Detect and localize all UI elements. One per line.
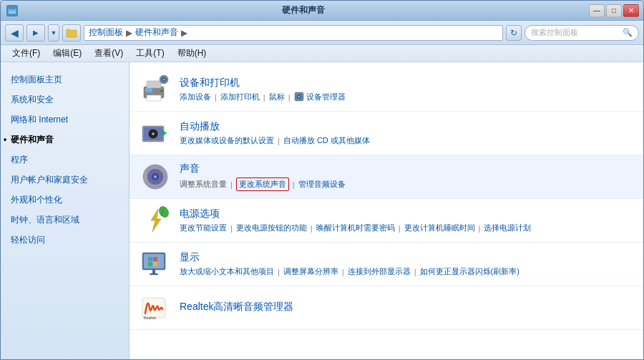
- search-box[interactable]: 搜索控制面板 🔍: [525, 25, 639, 41]
- link-change-sound[interactable]: 更改系统声音: [236, 177, 289, 191]
- sound-title[interactable]: 声音: [180, 162, 635, 175]
- category-display[interactable]: 显示 放大或缩小文本和其他项目 | 调整屏幕分辨率 | 连接到外部显示器 | 如…: [130, 243, 643, 286]
- menu-tools[interactable]: 工具(T): [130, 46, 170, 61]
- svg-rect-1: [9, 6, 15, 9]
- category-realtek[interactable]: Realtek Realtek高清晰音频管理器: [130, 286, 643, 330]
- realtek-content: Realtek高清晰音频管理器: [180, 301, 635, 316]
- sound-content: 声音 调整系统音量 | 更改系统声音 | 管理音频设备: [180, 162, 635, 191]
- forward-button[interactable]: ▶: [26, 24, 45, 42]
- back-button[interactable]: ◀: [5, 24, 24, 42]
- devices-manager-icon: [294, 92, 304, 103]
- autoplay-title[interactable]: 自动播放: [180, 120, 635, 133]
- link-sleep-time[interactable]: 更改计算机睡眠时间: [404, 223, 475, 233]
- search-icon: 🔍: [623, 28, 633, 37]
- svg-point-13: [298, 95, 300, 97]
- power-content: 电源选项 更改节能设置 | 更改电源按钮的功能 | 唤醒计算机时需要密码 | 更…: [180, 208, 635, 233]
- link-power-button[interactable]: 更改电源按钮的功能: [236, 223, 307, 233]
- svg-point-18: [152, 133, 154, 135]
- realtek-title[interactable]: Realtek高清晰音频管理器: [180, 301, 635, 313]
- link-autoplay-cd[interactable]: 自动播放 CD 或其他媒体: [283, 135, 370, 146]
- category-autoplay[interactable]: 自动播放 更改媒体或设备的默认设置 | 自动播放 CD 或其他媒体: [130, 112, 643, 155]
- svg-rect-5: [147, 95, 161, 101]
- sidebar-item-appearance[interactable]: 外观和个性化: [1, 190, 129, 210]
- path-controlpanel[interactable]: 控制面板: [89, 26, 123, 39]
- sidebar-item-hardware[interactable]: 硬件和声音: [1, 130, 129, 150]
- sidebar-item-network[interactable]: 网络和 Internet: [1, 110, 129, 130]
- maximize-button[interactable]: □: [606, 4, 622, 17]
- address-bar: ◀ ▶ ▼ 控制面板 ▶ 硬件和声音 ▶ ↻ 搜索控制面板 🔍: [1, 21, 643, 45]
- svg-rect-39: [153, 262, 157, 266]
- dropdown-button[interactable]: ▼: [48, 24, 59, 42]
- sound-icon: [138, 160, 172, 194]
- minimize-button[interactable]: —: [589, 4, 605, 17]
- link-add-printer[interactable]: 添加打印机: [220, 92, 260, 102]
- menu-help[interactable]: 帮助(H): [172, 46, 213, 61]
- folder-icon: [62, 24, 81, 42]
- category-power[interactable]: 电源选项 更改节能设置 | 更改电源按钮的功能 | 唤醒计算机时需要密码 | 更…: [130, 199, 643, 243]
- sound-links: 调整系统音量 | 更改系统声音 | 管理音频设备: [180, 177, 635, 191]
- sidebar-item-accessibility[interactable]: 轻松访问: [1, 230, 129, 250]
- sidebar-item-system[interactable]: 系统和安全: [1, 89, 129, 110]
- link-mouse[interactable]: 鼠标: [269, 92, 285, 102]
- display-links: 放大或缩小文本和其他项目 | 调整屏幕分辨率 | 连接到外部显示器 | 如何更正…: [180, 266, 635, 277]
- link-flicker[interactable]: 如何更正显示器闪烁(刷新率): [420, 266, 519, 277]
- svg-marker-19: [162, 130, 167, 136]
- display-icon: [138, 247, 172, 281]
- link-change-default[interactable]: 更改媒体或设备的默认设置: [180, 135, 274, 146]
- display-content: 显示 放大或缩小文本和其他项目 | 调整屏幕分辨率 | 连接到外部显示器 | 如…: [180, 251, 635, 277]
- category-sound[interactable]: 声音 调整系统音量 | 更改系统声音 | 管理音频设备: [130, 155, 643, 199]
- devices-icon: [138, 72, 172, 107]
- power-links: 更改节能设置 | 更改电源按钮的功能 | 唤醒计算机时需要密码 | 更改计算机睡…: [180, 223, 635, 233]
- titlebar: 硬件和声音 — □ ✕: [1, 1, 643, 21]
- autoplay-icon: [138, 116, 172, 150]
- address-path[interactable]: 控制面板 ▶ 硬件和声音 ▶: [84, 25, 503, 41]
- search-placeholder: 搜索控制面板: [531, 27, 578, 38]
- sidebar-item-home[interactable]: 控制面板主页: [1, 69, 129, 89]
- svg-point-23: [154, 175, 157, 178]
- link-wakeup-password[interactable]: 唤醒计算机时需要密码: [316, 223, 395, 233]
- devices-content: 设备和打印机 添加设备 | 添加打印机 | 鼠标 |: [180, 77, 635, 103]
- sidebar-item-clock[interactable]: 时钟、语言和区域: [1, 210, 129, 230]
- sidebar-item-users[interactable]: 用户帐户和家庭安全: [1, 170, 129, 190]
- category-devices[interactable]: 设备和打印机 添加设备 | 添加打印机 | 鼠标 |: [130, 68, 643, 112]
- devices-title[interactable]: 设备和打印机: [180, 77, 635, 89]
- svg-point-30: [157, 206, 170, 219]
- svg-text:Realtek: Realtek: [144, 316, 156, 320]
- svg-rect-35: [150, 273, 158, 275]
- svg-rect-36: [148, 257, 152, 261]
- svg-rect-37: [153, 257, 157, 261]
- main-window: 硬件和声音 — □ ✕ ◀ ▶ ▼ 控制面板 ▶ 硬件和声音 ▶ ↻ 搜索控制面…: [0, 0, 644, 360]
- link-device-manager[interactable]: 设备管理器: [306, 92, 346, 102]
- menu-view[interactable]: 查看(V): [89, 46, 129, 61]
- display-title[interactable]: 显示: [180, 251, 635, 264]
- sidebar: 控制面板主页 系统和安全 网络和 Internet 硬件和声音 程序 用户帐户和…: [1, 62, 130, 359]
- autoplay-content: 自动播放 更改媒体或设备的默认设置 | 自动播放 CD 或其他媒体: [180, 120, 635, 146]
- menu-file[interactable]: 文件(F): [6, 46, 46, 61]
- window-controls: — □ ✕: [589, 4, 639, 17]
- power-icon: [138, 203, 172, 238]
- svg-point-10: [163, 79, 165, 81]
- link-add-device[interactable]: 添加设备: [180, 92, 211, 102]
- sidebar-item-programs[interactable]: 程序: [1, 150, 129, 170]
- link-change-energy[interactable]: 更改节能设置: [180, 223, 227, 233]
- window-icon: [6, 5, 18, 16]
- link-resolution[interactable]: 调整屏幕分辨率: [283, 266, 338, 277]
- power-title[interactable]: 电源选项: [180, 208, 635, 220]
- path-hardware[interactable]: 硬件和声音: [135, 26, 178, 39]
- svg-rect-2: [9, 11, 16, 14]
- close-button[interactable]: ✕: [623, 4, 639, 17]
- autoplay-links: 更改媒体或设备的默认设置 | 自动播放 CD 或其他媒体: [180, 135, 635, 146]
- devices-links: 添加设备 | 添加打印机 | 鼠标 |: [180, 92, 635, 103]
- link-manage-audio[interactable]: 管理音频设备: [298, 179, 346, 190]
- link-power-plan[interactable]: 选择电源计划: [484, 223, 531, 233]
- link-text-size[interactable]: 放大或缩小文本和其他项目: [180, 266, 274, 277]
- main-panel: 设备和打印机 添加设备 | 添加打印机 | 鼠标 |: [130, 62, 643, 359]
- link-connect-display[interactable]: 连接到外部显示器: [348, 266, 411, 277]
- menu-bar: 文件(F) 编辑(E) 查看(V) 工具(T) 帮助(H): [1, 45, 643, 62]
- menu-edit[interactable]: 编辑(E): [47, 46, 87, 61]
- svg-point-7: [160, 89, 163, 92]
- content-area: 控制面板主页 系统和安全 网络和 Internet 硬件和声音 程序 用户帐户和…: [1, 62, 643, 359]
- refresh-button[interactable]: ↻: [506, 25, 522, 41]
- svg-rect-38: [148, 262, 152, 266]
- svg-rect-6: [145, 88, 152, 92]
